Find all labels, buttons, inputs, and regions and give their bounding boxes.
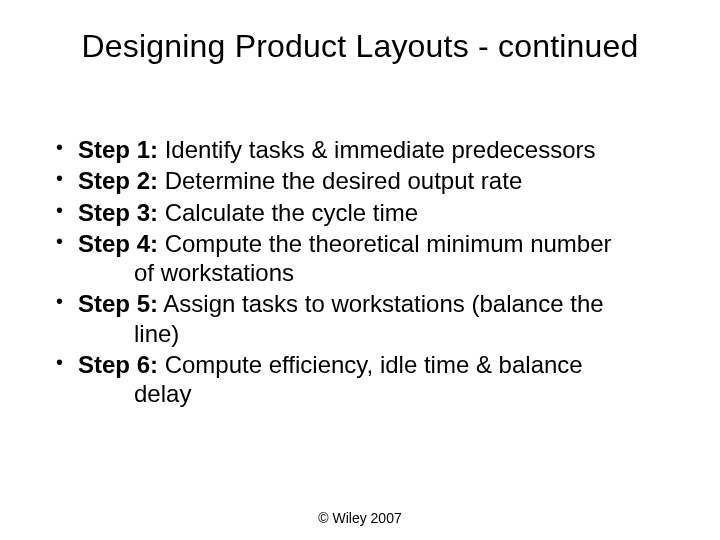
footer-copyright: © Wiley 2007 (0, 510, 720, 526)
step-text: Assign tasks to workstations (balance th… (158, 290, 604, 317)
slide: Designing Product Layouts - continued St… (0, 0, 720, 540)
list-item: Step 5: Assign tasks to workstations (ba… (50, 289, 660, 348)
content-area: Step 1: Identify tasks & immediate prede… (30, 135, 690, 408)
step-list: Step 1: Identify tasks & immediate prede… (50, 135, 660, 408)
list-item: Step 6: Compute efficiency, idle time & … (50, 350, 660, 409)
step-continuation: delay (78, 379, 660, 408)
list-item: Step 2: Determine the desired output rat… (50, 166, 660, 195)
list-item: Step 4: Compute the theoretical minimum … (50, 229, 660, 288)
page-title: Designing Product Layouts - continued (30, 28, 690, 65)
list-item: Step 1: Identify tasks & immediate prede… (50, 135, 660, 164)
step-label: Step 3: (78, 199, 158, 226)
step-text: Identify tasks & immediate predecessors (158, 136, 596, 163)
step-label: Step 4: (78, 230, 158, 257)
list-item: Step 3: Calculate the cycle time (50, 198, 660, 227)
step-continuation: of workstations (78, 258, 660, 287)
step-text: Compute efficiency, idle time & balance (158, 351, 583, 378)
step-label: Step 6: (78, 351, 158, 378)
step-label: Step 5: (78, 290, 158, 317)
step-text: Calculate the cycle time (158, 199, 418, 226)
step-continuation: line) (78, 319, 660, 348)
step-label: Step 1: (78, 136, 158, 163)
step-label: Step 2: (78, 167, 158, 194)
step-text: Determine the desired output rate (158, 167, 522, 194)
step-text: Compute the theoretical minimum number (158, 230, 612, 257)
